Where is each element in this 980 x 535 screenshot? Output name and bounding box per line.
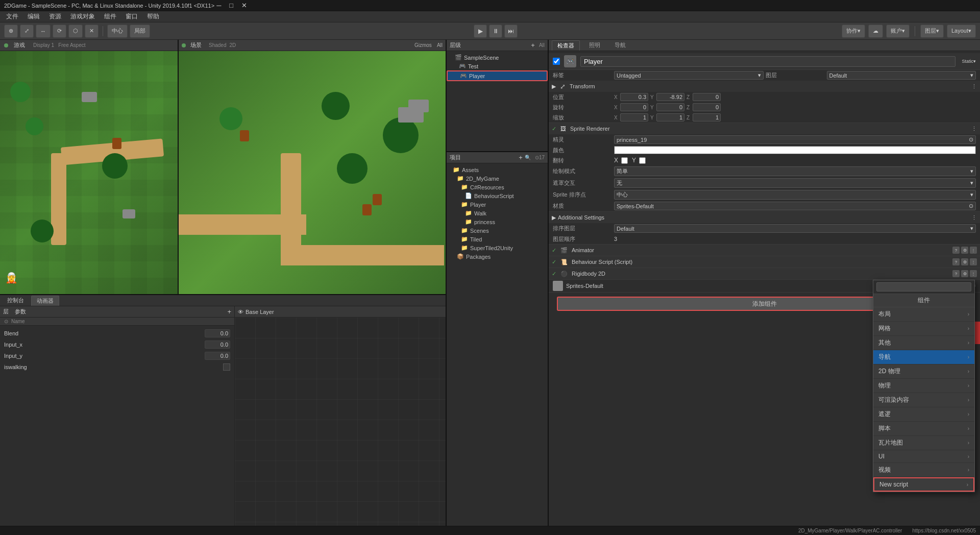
- sprite-renderer-header[interactable]: ✓ 🖼 Sprite Renderer ⋮: [549, 123, 980, 134]
- flip-x-checkbox[interactable]: [621, 157, 628, 164]
- dropdown-renderable[interactable]: 可渲染内容 ›: [873, 393, 974, 407]
- scene-all[interactable]: All: [437, 42, 443, 48]
- collab-btn[interactable]: 协作▾: [842, 25, 865, 38]
- account-btn[interactable]: 账户▾: [886, 25, 910, 38]
- animator-canvas-area[interactable]: Any State Entry Idle walking: [235, 318, 446, 535]
- bs-help-icon[interactable]: ?: [952, 258, 960, 265]
- project-princess[interactable]: 📁 princess: [447, 217, 548, 226]
- param-inputx-value[interactable]: 0.0: [205, 341, 230, 349]
- animator-help-icon[interactable]: ?: [952, 247, 960, 254]
- menu-edit[interactable]: 编辑: [23, 11, 44, 22]
- rb-menu-icon[interactable]: ⋮: [970, 270, 977, 277]
- bs-menu-icon[interactable]: ⋮: [970, 258, 977, 265]
- dropdown-video[interactable]: 视频 ›: [873, 463, 974, 477]
- cloud-btn[interactable]: ☁: [868, 25, 883, 38]
- hierarchy-add-btn[interactable]: +: [531, 41, 535, 49]
- project-scenes[interactable]: 📁 Scenes: [447, 226, 548, 235]
- step-button[interactable]: ⏭: [504, 25, 518, 38]
- project-supertiled[interactable]: 📁 SuperTiled2Unity: [447, 244, 548, 252]
- animator-gear-icon[interactable]: ⚙: [961, 247, 968, 254]
- menu-assets[interactable]: 资源: [45, 11, 65, 22]
- dropdown-2d-physics[interactable]: 2D 物理 ›: [873, 364, 974, 379]
- transform-tool-5[interactable]: ✕: [85, 25, 99, 38]
- project-player-folder[interactable]: 📁 Player: [447, 200, 548, 209]
- menu-window[interactable]: 窗口: [121, 11, 142, 22]
- scene-gizmos[interactable]: Gizmos: [414, 42, 432, 48]
- mask-dropdown[interactable]: 无 ▾: [614, 178, 976, 188]
- sort-point-dropdown[interactable]: 中心 ▾: [614, 190, 976, 200]
- scale-x-val[interactable]: 1: [620, 113, 648, 121]
- inspector-tab[interactable]: 检查器: [552, 40, 580, 51]
- rb-gear-icon[interactable]: ⚙: [961, 270, 968, 277]
- pause-button[interactable]: ⏸: [489, 25, 502, 38]
- tag-dropdown[interactable]: Untagged ▾: [614, 71, 764, 80]
- scale-z-val[interactable]: 1: [693, 113, 721, 121]
- obj-active-checkbox[interactable]: [553, 58, 560, 65]
- animator-tab[interactable]: 动画器: [31, 296, 59, 306]
- transform-menu-icon[interactable]: ⋮: [971, 83, 977, 90]
- maximize-btn[interactable]: □: [227, 2, 235, 9]
- lighting-tab[interactable]: 照明: [584, 40, 605, 50]
- dropdown-occlusion[interactable]: 遮逻 ›: [873, 407, 974, 422]
- pos-y-val[interactable]: -8.92: [656, 93, 684, 101]
- menu-help[interactable]: 帮助: [143, 11, 163, 22]
- transform-tool-4[interactable]: ⬡: [68, 25, 83, 38]
- additional-settings-header[interactable]: ▶ Additional Settings ⋮: [549, 212, 980, 223]
- dropdown-physics[interactable]: 物理 ›: [873, 379, 974, 393]
- project-assets[interactable]: 📁 Assets: [447, 165, 548, 174]
- transform-tool-1[interactable]: ⤢: [20, 25, 34, 38]
- as-menu[interactable]: ⋮: [971, 214, 977, 221]
- dropdown-scripts[interactable]: 脚本 ›: [873, 422, 974, 436]
- dropdown-grid[interactable]: 网格 ›: [873, 322, 974, 336]
- project-packages[interactable]: 📦 Packages: [447, 252, 548, 261]
- sorting-layer-dropdown[interactable]: Default ▾: [614, 224, 976, 233]
- hierarchy-player[interactable]: 🎮 Player: [447, 70, 548, 81]
- rigidbody2d-header[interactable]: ✓ ⚫ Rigidbody 2D ? ⚙ ⋮: [549, 268, 980, 279]
- dropdown-tilemap[interactable]: 瓦片地图 ›: [873, 436, 974, 450]
- dropdown-other[interactable]: 其他 ›: [873, 336, 974, 350]
- center-toggle[interactable]: 中心: [107, 25, 128, 38]
- menu-file[interactable]: 文件: [2, 11, 22, 22]
- transform-header[interactable]: ▶ ⤢ Transform ⋮: [549, 81, 980, 92]
- rb-help-icon[interactable]: ?: [952, 270, 960, 277]
- menu-gameobject[interactable]: 游戏对象: [66, 11, 99, 22]
- material-dropdown[interactable]: Sprites-Default ⊙: [614, 202, 976, 210]
- global-toggle[interactable]: 局部: [130, 25, 150, 38]
- bs-gear-icon[interactable]: ⚙: [961, 258, 968, 265]
- add-param-btn[interactable]: +: [227, 308, 231, 315]
- dropdown-new-script[interactable]: New script ›: [873, 477, 974, 492]
- transform-tool-2[interactable]: ↔: [36, 25, 51, 38]
- transform-tool-3[interactable]: ⟳: [53, 25, 66, 38]
- project-search-icon[interactable]: 🔍: [525, 155, 531, 160]
- project-tiled[interactable]: 📁 Tiled: [447, 235, 548, 244]
- dropdown-layout[interactable]: 布局 ›: [873, 307, 974, 322]
- layers-btn[interactable]: 图层▾: [920, 25, 944, 38]
- project-walk[interactable]: 📁 Walk: [447, 209, 548, 217]
- transform-tool-0[interactable]: ⊕: [4, 25, 18, 38]
- obj-name-input[interactable]: [580, 56, 955, 67]
- layers-tab[interactable]: 层: [3, 308, 9, 315]
- rot-x-val[interactable]: 0: [620, 103, 648, 111]
- flip-y-checkbox[interactable]: [639, 157, 646, 164]
- scene-tab-label[interactable]: 场景: [190, 41, 202, 49]
- window-controls[interactable]: ─ □ ✕: [214, 2, 249, 9]
- navigation-tab[interactable]: 导航: [609, 40, 631, 50]
- minimize-btn[interactable]: ─: [214, 2, 223, 9]
- pos-x-val[interactable]: 0.3: [620, 93, 648, 101]
- param-inputy-value[interactable]: 0.0: [205, 352, 230, 360]
- params-tab[interactable]: 参数: [15, 308, 26, 315]
- sprite-dropdown[interactable]: princess_19 ⊙: [614, 135, 976, 144]
- dropdown-ui[interactable]: UI ›: [873, 450, 974, 463]
- project-csharpresources[interactable]: 📁 C#Resources: [447, 183, 548, 191]
- order-val[interactable]: 3: [614, 236, 976, 242]
- layer-dropdown[interactable]: Default ▾: [827, 71, 976, 80]
- param-blend-value[interactable]: 0.0: [205, 329, 230, 337]
- component-search-input[interactable]: [876, 282, 971, 291]
- project-behaviourscript[interactable]: 📄 BehaviourScript: [447, 191, 548, 200]
- pos-z-val[interactable]: 0: [693, 93, 721, 101]
- color-swatch[interactable]: [614, 146, 976, 154]
- play-button[interactable]: ▶: [474, 25, 487, 38]
- hierarchy-test[interactable]: 🎮 Test: [447, 62, 548, 70]
- rot-y-val[interactable]: 0: [656, 103, 684, 111]
- draw-mode-dropdown[interactable]: 简单 ▾: [614, 166, 976, 176]
